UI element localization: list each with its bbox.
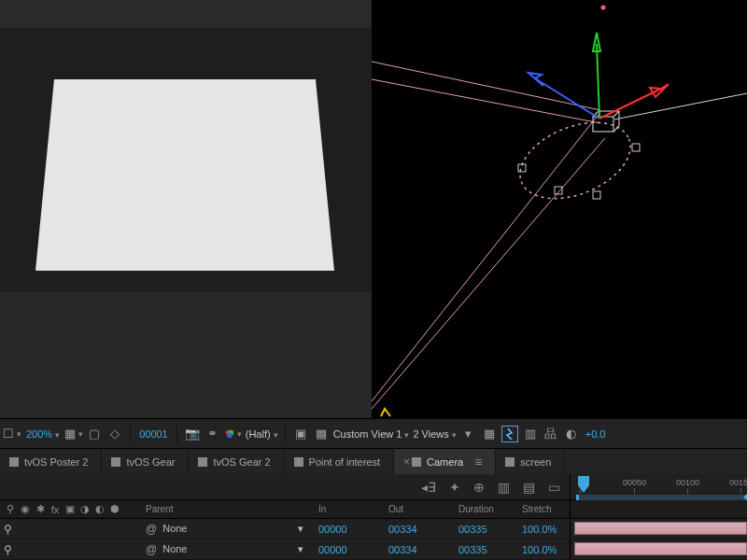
- svg-line-17: [597, 44, 599, 119]
- panel-menu-icon[interactable]: ≡: [474, 455, 482, 469]
- av-features-icon[interactable]: ▥: [498, 480, 510, 495]
- timeline-toolbar: ◂∃ ✦ ⊕ ▥ ▤ ▭: [411, 474, 570, 499]
- layer-bar[interactable]: [574, 522, 747, 535]
- stretch-value[interactable]: 100.0%: [516, 539, 570, 559]
- col-stretch[interactable]: Stretch: [516, 500, 570, 518]
- region-icon[interactable]: ◇: [106, 426, 123, 442]
- ruler-label: 0015: [729, 478, 747, 487]
- current-frame[interactable]: 00001: [137, 428, 170, 440]
- frame-blend-icon[interactable]: ▣: [63, 503, 77, 515]
- tab-tvos-poster-2[interactable]: tvOS Poster 2: [0, 449, 102, 475]
- label-icon[interactable]: ✱: [34, 503, 47, 515]
- parent-dropdown[interactable]: None▾: [162, 523, 313, 535]
- tab-point-of-interest[interactable]: Point of interest: [285, 449, 394, 475]
- viewport-floor: [0, 292, 372, 418]
- svg-rect-9: [593, 191, 600, 199]
- renderer-icon[interactable]: ▥: [522, 426, 539, 442]
- tab-label: Camera: [427, 456, 463, 468]
- timeline-tabs: tvOS Poster 2 tvOS Gear tvOS Gear 2 Poin…: [0, 448, 747, 474]
- duration-value[interactable]: 00335: [453, 519, 516, 539]
- col-duration[interactable]: Duration: [453, 500, 516, 518]
- tab-screen[interactable]: screen: [496, 449, 565, 475]
- out-value[interactable]: 00334: [383, 539, 453, 559]
- tab-label: tvOS Gear 2: [213, 456, 270, 468]
- shy-icon[interactable]: ⚲: [4, 503, 17, 515]
- svg-rect-11: [593, 117, 613, 132]
- link-icon[interactable]: ⚭: [204, 426, 221, 442]
- ruler-label: 00050: [623, 478, 646, 487]
- share-view-icon[interactable]: ▾: [460, 426, 477, 442]
- render-queue-icon[interactable]: ▤: [523, 480, 535, 495]
- svg-line-2: [372, 138, 605, 409]
- composition-icon: [9, 457, 19, 467]
- graph-editor-icon[interactable]: ◂∃: [421, 480, 436, 495]
- custom-view[interactable]: [372, 0, 747, 418]
- shy-icon[interactable]: ⚲: [4, 523, 12, 536]
- composition-toolbar: ☐ 200% ▦ ▢ ◇ 00001 📷 ⚭ (Half) ▣ ▩ Custom…: [0, 418, 747, 448]
- col-in[interactable]: In: [313, 500, 383, 518]
- svg-point-26: [227, 432, 233, 438]
- out-value[interactable]: 00334: [383, 519, 453, 539]
- composition-icon: [111, 457, 120, 467]
- adjustment-icon[interactable]: ◐: [93, 503, 106, 515]
- composition-icon: [294, 457, 303, 467]
- time-display-icon[interactable]: ▭: [548, 480, 560, 495]
- shy-icon[interactable]: ⚲: [4, 543, 12, 556]
- grid-icon[interactable]: ▢: [86, 426, 103, 442]
- channel-icon[interactable]: [225, 426, 242, 442]
- tab-tvos-gear[interactable]: tvOS Gear: [102, 449, 189, 475]
- col-out[interactable]: Out: [383, 500, 453, 518]
- close-icon[interactable]: ×: [403, 455, 410, 469]
- zoom-level[interactable]: 200%: [24, 428, 62, 440]
- tab-camera[interactable]: ×Camera≡: [394, 449, 496, 475]
- fx-icon[interactable]: fx: [49, 504, 62, 515]
- stretch-value[interactable]: 100.0%: [516, 519, 570, 539]
- timeline-panel: ◂∃ ✦ ⊕ ▥ ▤ ▭ 00050 00100 0015 ◆ ⚲: [0, 474, 747, 560]
- layer-row[interactable]: ⚲ @ None▾ 00000 00334 00335 100.0%: [0, 519, 747, 539]
- resolution-icon[interactable]: ▦: [65, 426, 82, 442]
- composition-icon: [412, 457, 421, 467]
- in-value[interactable]: 00000: [313, 539, 383, 559]
- parent-value: None: [162, 543, 187, 555]
- timeline-column-header: ⚲ ◉ ✱ fx ▣ ◑ ◐ ⬢ Parent In Out Duration …: [0, 500, 747, 519]
- mask-mode-dropdown[interactable]: ☐: [4, 426, 21, 442]
- pixel-aspect-icon[interactable]: ▦: [481, 426, 498, 442]
- exposure-value[interactable]: +0.0: [584, 428, 608, 440]
- active-camera-view[interactable]: [0, 0, 372, 418]
- svg-point-23: [601, 6, 606, 10]
- layer-bar[interactable]: [574, 542, 747, 555]
- layer-switches-icon[interactable]: ✦: [449, 480, 460, 495]
- fast-previews-button[interactable]: [501, 426, 518, 442]
- svg-line-14: [613, 126, 619, 132]
- svg-line-5: [614, 93, 747, 119]
- composition-icon: [198, 457, 207, 467]
- svg-marker-20: [529, 73, 543, 86]
- duration-value[interactable]: 00335: [453, 539, 516, 559]
- resolution-mode[interactable]: (Half): [246, 428, 278, 440]
- composition-icon: [505, 457, 514, 467]
- wireframe-scene: [372, 0, 747, 418]
- exposure-reset-icon[interactable]: ◐: [563, 426, 580, 442]
- eye-icon[interactable]: ◉: [19, 503, 32, 515]
- svg-rect-10: [632, 144, 640, 151]
- pickwhip-icon[interactable]: @: [146, 543, 157, 556]
- pickwhip-icon[interactable]: @: [146, 523, 157, 536]
- region-of-interest-icon[interactable]: ▣: [292, 426, 309, 442]
- three-d-icon[interactable]: ⬢: [108, 503, 121, 515]
- svg-rect-8: [555, 187, 562, 194]
- white-plane: [35, 79, 334, 271]
- snapshot-icon[interactable]: 📷: [184, 426, 201, 442]
- flowchart-icon[interactable]: 品: [543, 426, 559, 442]
- col-parent[interactable]: Parent: [140, 500, 313, 518]
- tab-tvos-gear-2[interactable]: tvOS Gear 2: [189, 449, 284, 475]
- transparency-grid-icon[interactable]: ▩: [313, 426, 330, 442]
- transfer-controls-icon[interactable]: ⊕: [473, 480, 485, 495]
- view-count[interactable]: 2 Views: [413, 428, 456, 440]
- view-mode[interactable]: Custom View 1: [333, 428, 410, 440]
- tab-label: Point of interest: [309, 456, 380, 468]
- motion-blur-icon[interactable]: ◑: [78, 503, 92, 515]
- layer-row[interactable]: ⚲ @ None▾ 00000 00334 00335 100.0%: [0, 539, 747, 560]
- parent-dropdown[interactable]: None▾: [162, 543, 313, 555]
- in-value[interactable]: 00000: [313, 519, 383, 539]
- time-ruler[interactable]: 00050 00100 0015 ◆: [570, 474, 747, 499]
